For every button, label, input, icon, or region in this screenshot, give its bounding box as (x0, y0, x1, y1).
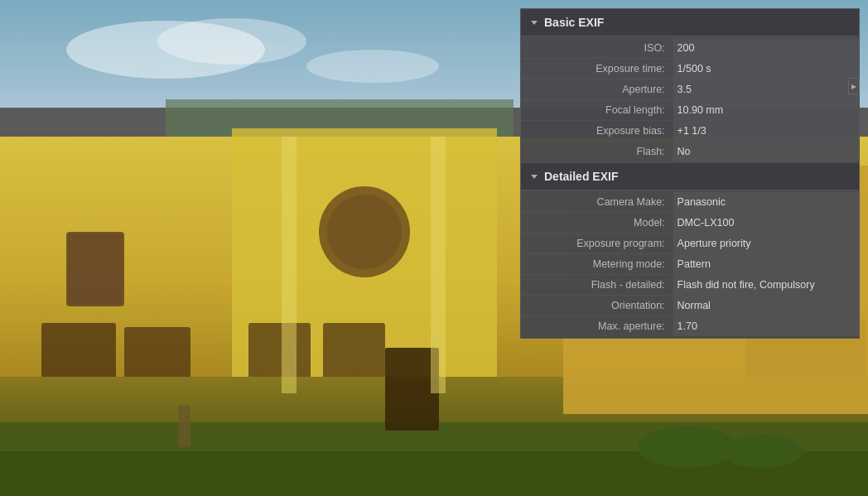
basic-exif-title: Basic EXIF (544, 16, 604, 29)
collapse-triangle-detailed (531, 175, 538, 179)
exif-value: Pattern (673, 254, 859, 274)
table-row: Exposure bias:+1 1/3 (521, 121, 859, 142)
exif-value: Normal (673, 296, 859, 315)
basic-exif-header[interactable]: Basic EXIF (521, 9, 859, 36)
exif-label: Max. aperture: (521, 316, 673, 336)
svg-rect-27 (431, 137, 446, 393)
detailed-exif-title: Detailed EXIF (544, 170, 618, 183)
basic-exif-section: Basic EXIF ISO:200Exposure time:1/500 sA… (521, 9, 859, 163)
svg-rect-9 (68, 234, 123, 305)
exif-value: 1/500 s (673, 59, 859, 79)
exif-label: ISO: (521, 38, 673, 58)
exif-label: Flash - detailed: (521, 275, 673, 295)
exif-value: No (673, 142, 859, 161)
exif-label: Exposure time: (521, 59, 673, 79)
table-row: Flash - detailed:Flash did not fire, Com… (521, 275, 859, 296)
table-row: Camera Make:Panasonic (521, 192, 859, 213)
table-row: Metering mode:Pattern (521, 254, 859, 275)
svg-point-24 (721, 435, 803, 468)
table-row: Flash:No (521, 142, 859, 161)
exif-value: Aperture priority (673, 234, 859, 253)
svg-point-2 (157, 18, 306, 65)
exif-label: Camera Make: (521, 192, 673, 212)
table-row: Model:DMC-LX100 (521, 213, 859, 234)
table-row: Orientation:Normal (521, 296, 859, 316)
collapse-triangle-basic (531, 21, 538, 25)
exif-label: Orientation: (521, 296, 673, 315)
exif-value: DMC-LX100 (673, 213, 859, 233)
exif-value: 3.5 (673, 79, 859, 99)
table-row: Max. aperture:1.70 (521, 316, 859, 336)
exif-value: 10.90 mm (673, 100, 859, 120)
detailed-exif-section: Detailed EXIF Camera Make:PanasonicModel… (521, 163, 859, 338)
scroll-arrow-basic[interactable] (848, 78, 860, 94)
exif-label: Exposure program: (521, 234, 673, 253)
exif-label: Aperture: (521, 79, 673, 99)
exif-value: Flash did not fire, Compulsory (673, 275, 859, 295)
exif-label: Flash: (521, 142, 673, 161)
exif-label: Model: (521, 213, 673, 233)
exif-label: Exposure bias: (521, 121, 673, 141)
table-row: Exposure program:Aperture priority (521, 234, 859, 254)
exif-value: Panasonic (673, 192, 859, 212)
exif-label: Focal length: (521, 100, 673, 120)
exif-value: 200 (673, 38, 859, 58)
exif-label: Metering mode: (521, 254, 673, 274)
basic-exif-body: ISO:200Exposure time:1/500 sAperture:3.5… (521, 36, 859, 163)
table-row: ISO:200 (521, 38, 859, 59)
exif-panel: Basic EXIF ISO:200Exposure time:1/500 sA… (520, 8, 860, 339)
svg-rect-22 (178, 406, 190, 447)
svg-rect-26 (282, 137, 297, 393)
detailed-exif-body: Camera Make:PanasonicModel:DMC-LX100Expo… (521, 190, 859, 338)
table-row: Exposure time:1/500 s (521, 59, 859, 79)
detailed-exif-header[interactable]: Detailed EXIF (521, 163, 859, 190)
table-row: Aperture:3.5 (521, 79, 859, 100)
table-row: Focal length:10.90 mm (521, 100, 859, 121)
svg-point-3 (306, 50, 439, 83)
svg-point-11 (327, 195, 402, 269)
exif-value: 1.70 (673, 316, 859, 336)
exif-value: +1 1/3 (673, 121, 859, 141)
